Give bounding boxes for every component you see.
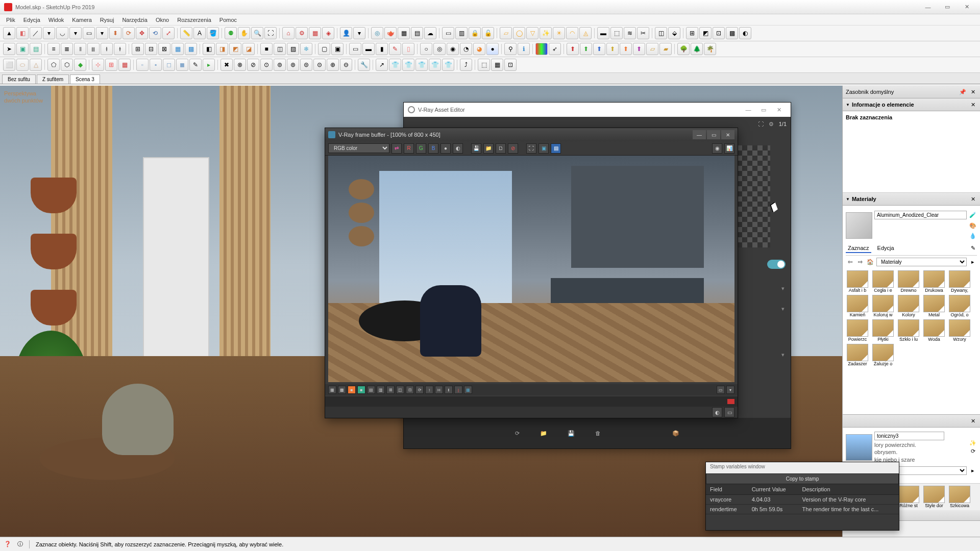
col-value[interactable]: Current Value bbox=[748, 484, 798, 495]
vray-hidden-icon[interactable]: ⊡ bbox=[713, 27, 725, 39]
vray-teapot-icon[interactable]: 🫖 bbox=[384, 27, 397, 39]
align4-icon[interactable]: ⫼ bbox=[87, 43, 100, 55]
menu-plik[interactable]: Plik bbox=[2, 15, 19, 24]
align3-icon[interactable]: ⫴ bbox=[74, 43, 86, 55]
cloth3-icon[interactable]: 👕 bbox=[415, 59, 428, 71]
box-icon[interactable]: ⬜ bbox=[3, 59, 15, 71]
material-folder[interactable]: Powierzc bbox=[846, 319, 869, 342]
material-folder[interactable]: Zadaszer bbox=[846, 344, 869, 366]
tree2-icon[interactable]: 🌲 bbox=[691, 43, 703, 55]
vray-lock-icon[interactable]: 🔒 bbox=[469, 27, 481, 39]
tab-scena-3[interactable]: Scena 3 bbox=[70, 74, 100, 84]
cloth5-icon[interactable]: 👕 bbox=[442, 59, 454, 71]
comp-edit-icon[interactable]: ▤ bbox=[30, 43, 42, 55]
vfb-flag-icon[interactable] bbox=[727, 399, 734, 404]
style-folder[interactable]: Szkicowa bbox=[948, 486, 971, 508]
vfb-save-icon[interactable]: 💾 bbox=[471, 143, 481, 154]
align5-icon[interactable]: ⫲ bbox=[101, 43, 113, 55]
style-update-icon[interactable]: ⟳ bbox=[969, 447, 977, 456]
vfb-load-icon[interactable]: 📁 bbox=[483, 143, 494, 154]
vfb-b-button[interactable]: B bbox=[428, 143, 438, 154]
vfb-b15-icon[interactable]: ▦ bbox=[464, 386, 472, 394]
sand2-icon[interactable]: ⊟ bbox=[145, 43, 157, 55]
shadow2-icon[interactable]: ◫ bbox=[274, 43, 286, 55]
tab-edycja[interactable]: Edycja bbox=[875, 244, 896, 253]
scale-icon[interactable]: ⤢ bbox=[162, 27, 175, 39]
vfb-b10-icon[interactable]: ⟳ bbox=[415, 386, 424, 394]
mod1-icon[interactable]: ▫ bbox=[136, 59, 149, 71]
vfb-b12-icon[interactable]: H bbox=[435, 386, 443, 394]
mod6-icon[interactable]: ▸ bbox=[203, 59, 215, 71]
vae-pack-icon[interactable]: 📦 bbox=[672, 430, 679, 437]
vfb-min-button[interactable]: — bbox=[693, 130, 706, 139]
vae-open-icon[interactable]: 📁 bbox=[540, 430, 547, 437]
ax-y-icon[interactable]: ⬆ bbox=[606, 43, 619, 55]
material-folder[interactable]: Kamień bbox=[846, 295, 869, 317]
cloth1-icon[interactable]: 👕 bbox=[389, 59, 401, 71]
style-name-input[interactable] bbox=[874, 432, 944, 440]
sel1-icon[interactable]: ⬚ bbox=[478, 59, 490, 71]
ax-b-icon[interactable]: ⬆ bbox=[593, 43, 605, 55]
tab-bez-sufitu[interactable]: Bez sufitu bbox=[2, 74, 36, 84]
col-desc[interactable]: Description bbox=[798, 484, 899, 495]
vfb-swap-icon[interactable]: ⇄ bbox=[391, 143, 402, 154]
solid2-icon[interactable]: ◨ bbox=[216, 43, 228, 55]
ax-r-icon[interactable]: ⬆ bbox=[567, 43, 579, 55]
vray-fb-icon[interactable]: ▭ bbox=[442, 27, 454, 39]
offset-icon[interactable]: ⟳ bbox=[122, 27, 135, 39]
vray-mono-icon[interactable]: ◐ bbox=[739, 27, 751, 39]
vfb-track-icon[interactable]: ▤ bbox=[551, 143, 561, 154]
pan-icon[interactable]: ✋ bbox=[238, 27, 250, 39]
vfb-del-icon[interactable]: ⊘ bbox=[508, 143, 518, 154]
vfb-p2-icon[interactable]: ▭ bbox=[724, 407, 734, 417]
vfb-b4-icon[interactable]: ■ bbox=[357, 386, 365, 394]
warehouse-icon[interactable]: ⌂ bbox=[282, 27, 295, 39]
vray-clipper-icon[interactable]: ✂ bbox=[637, 27, 649, 39]
chevron-down-icon[interactable]: ▾ bbox=[781, 352, 785, 358]
grid3-icon[interactable]: ▦ bbox=[118, 59, 131, 71]
section1-icon[interactable]: ▢ bbox=[318, 43, 330, 55]
zoom-icon[interactable]: 🔍 bbox=[251, 27, 263, 39]
user-icon[interactable]: 👤 bbox=[340, 27, 352, 39]
chevron-down-icon[interactable]: ▾ bbox=[781, 306, 785, 312]
style-folder[interactable]: Style dor bbox=[922, 486, 946, 508]
vray-shade-icon[interactable]: ◩ bbox=[699, 27, 712, 39]
mod4-icon[interactable]: ◼ bbox=[176, 59, 188, 71]
maximize-button[interactable]: ▭ bbox=[938, 2, 957, 12]
tray-pin-icon[interactable]: 📌 bbox=[959, 88, 967, 96]
cam4-icon[interactable]: ◔ bbox=[460, 43, 472, 55]
vfb-render-output[interactable] bbox=[328, 156, 734, 382]
solid4-icon[interactable]: ◪ bbox=[242, 43, 255, 55]
x8-icon[interactable]: ⊝ bbox=[313, 59, 326, 71]
eyedrop-icon[interactable]: 💧 bbox=[969, 232, 977, 240]
vray-geo2-icon[interactable]: ⬙ bbox=[668, 27, 680, 39]
pushpull-icon[interactable]: ⬍ bbox=[109, 27, 121, 39]
select-tool-icon[interactable]: ▲ bbox=[3, 27, 15, 39]
copy-to-stamp-button[interactable]: Copy to stamp bbox=[706, 473, 899, 484]
close-button[interactable]: ✕ bbox=[958, 2, 976, 12]
vray-ir-icon[interactable]: ▦ bbox=[398, 27, 410, 39]
material-folder[interactable]: Koloruj w bbox=[871, 295, 895, 317]
vae-expand-icon[interactable]: ⛶ bbox=[758, 121, 764, 127]
vfb-cc-icon[interactable]: ◉ bbox=[712, 143, 722, 154]
vfb-channel-select[interactable]: RGB color bbox=[328, 143, 389, 153]
style4-icon[interactable]: ✎ bbox=[389, 43, 401, 55]
orbit-icon[interactable]: ⚉ bbox=[225, 27, 237, 39]
arc-tool-icon[interactable]: ◡ bbox=[56, 27, 68, 39]
style-new-icon[interactable]: ✨ bbox=[969, 439, 977, 447]
x3-icon[interactable]: ⊘ bbox=[247, 59, 259, 71]
zoom-extents-icon[interactable]: ⛶ bbox=[264, 27, 277, 39]
vfb-b11-icon[interactable]: ↕ bbox=[425, 386, 433, 394]
cloth2-icon[interactable]: 👕 bbox=[402, 59, 414, 71]
tree1-icon[interactable]: 🌳 bbox=[677, 43, 690, 55]
vae-max-button[interactable]: ▭ bbox=[756, 107, 771, 113]
vfb-b8-icon[interactable]: ◫ bbox=[396, 386, 404, 394]
panel-close-icon[interactable]: ✕ bbox=[969, 417, 977, 425]
menu-widok[interactable]: Widok bbox=[44, 15, 68, 24]
section2-icon[interactable]: ▣ bbox=[331, 43, 344, 55]
material-folder[interactable]: Drukowa bbox=[922, 270, 946, 293]
vfb-close-button[interactable]: ✕ bbox=[721, 130, 734, 139]
cone-icon[interactable]: △ bbox=[30, 59, 42, 71]
materials-header[interactable]: ▼ Materiały ✕ bbox=[843, 193, 980, 206]
vfb-b13-icon[interactable]: ⫿ bbox=[445, 386, 453, 394]
